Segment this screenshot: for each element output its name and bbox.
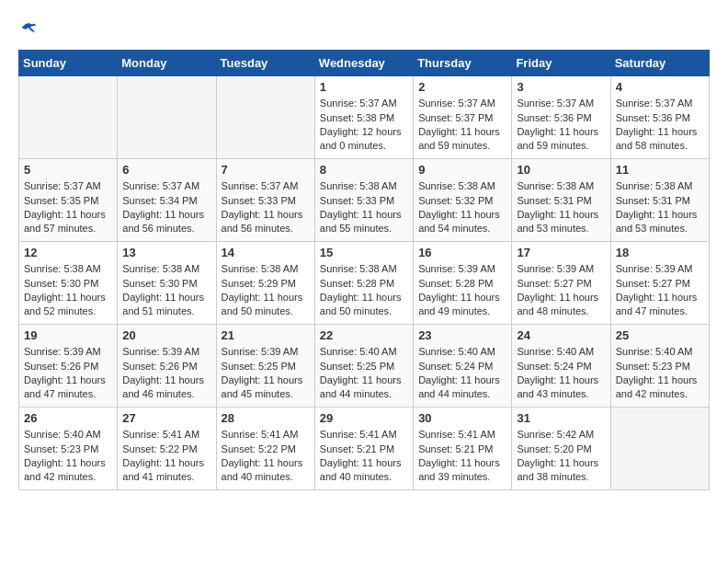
cell-info-line: Daylight: 11 hours <box>517 456 605 470</box>
cell-info-line: and 47 minutes. <box>616 304 704 318</box>
cell-info-line: and 42 minutes. <box>616 387 704 401</box>
cell-info-line: Sunset: 5:22 PM <box>222 442 310 456</box>
cell-info-line: Sunset: 5:33 PM <box>222 194 310 208</box>
cell-info-line: and 57 minutes. <box>24 222 112 236</box>
cell-info-line: Daylight: 11 hours <box>616 125 704 139</box>
cell-info-line: Sunrise: 5:39 AM <box>122 345 210 359</box>
calendar-cell: 23Sunrise: 5:40 AMSunset: 5:24 PMDayligh… <box>414 325 512 408</box>
cell-info-line: Sunrise: 5:39 AM <box>616 262 704 276</box>
cell-info-line: Sunrise: 5:40 AM <box>320 345 408 359</box>
cell-info-line: and 59 minutes. <box>418 139 506 153</box>
cell-info-line: and 49 minutes. <box>418 304 506 318</box>
cell-info-line: and 40 minutes. <box>222 470 310 484</box>
cell-info-line: Sunset: 5:35 PM <box>24 194 112 208</box>
cell-info-line: Daylight: 11 hours <box>616 208 704 222</box>
cell-info-line: Sunrise: 5:40 AM <box>616 345 704 359</box>
cell-info-line: Sunrise: 5:37 AM <box>418 97 506 110</box>
cell-info-line: Sunrise: 5:41 AM <box>222 428 310 442</box>
cell-info-line: and 41 minutes. <box>122 470 210 484</box>
cell-info-line: and 38 minutes. <box>517 470 605 484</box>
cell-info-line: Sunrise: 5:37 AM <box>24 179 112 193</box>
cell-info-line: Daylight: 11 hours <box>122 373 210 387</box>
calendar-cell: 13Sunrise: 5:38 AMSunset: 5:30 PMDayligh… <box>118 242 216 325</box>
cell-info-line: Daylight: 11 hours <box>418 373 506 387</box>
cell-info-line: and 43 minutes. <box>517 387 605 401</box>
cell-info-line: and 59 minutes. <box>517 139 605 153</box>
calendar-cell: 16Sunrise: 5:39 AMSunset: 5:28 PMDayligh… <box>414 242 512 325</box>
calendar-cell: 9Sunrise: 5:38 AMSunset: 5:32 PMDaylight… <box>414 159 512 242</box>
cell-info-line: Sunset: 5:30 PM <box>24 277 112 291</box>
day-number: 11 <box>616 163 704 177</box>
cell-info-line: Sunset: 5:27 PM <box>517 277 605 291</box>
weekday-header-saturday: Saturday <box>610 51 709 76</box>
cell-info-line: Sunset: 5:20 PM <box>517 442 605 456</box>
cell-info-line: and 51 minutes. <box>122 304 210 318</box>
day-number: 25 <box>616 328 704 342</box>
cell-info-line: Sunrise: 5:42 AM <box>517 428 605 442</box>
cell-info-line: Sunrise: 5:38 AM <box>320 179 408 193</box>
day-number: 17 <box>517 246 605 259</box>
day-number: 20 <box>122 328 210 342</box>
weekday-header-friday: Friday <box>512 51 610 76</box>
cell-info-line: Sunrise: 5:37 AM <box>222 179 310 193</box>
calendar-cell: 15Sunrise: 5:38 AMSunset: 5:28 PMDayligh… <box>314 242 413 325</box>
calendar-cell <box>610 408 709 490</box>
calendar-cell: 21Sunrise: 5:39 AMSunset: 5:25 PMDayligh… <box>216 325 314 408</box>
cell-info-line: Sunset: 5:37 PM <box>418 111 506 125</box>
cell-info-line: Sunset: 5:36 PM <box>616 111 704 125</box>
cell-info-line: Daylight: 11 hours <box>122 291 210 304</box>
weekday-header-row: SundayMondayTuesdayWednesdayThursdayFrid… <box>19 51 710 76</box>
calendar-cell: 28Sunrise: 5:41 AMSunset: 5:22 PMDayligh… <box>216 408 314 490</box>
cell-info-line: Daylight: 11 hours <box>616 291 704 304</box>
day-number: 5 <box>24 163 112 177</box>
calendar-cell <box>19 76 118 159</box>
day-number: 21 <box>222 328 310 342</box>
calendar-cell: 8Sunrise: 5:38 AMSunset: 5:33 PMDaylight… <box>314 159 413 242</box>
day-number: 8 <box>320 163 408 177</box>
cell-info-line: Daylight: 11 hours <box>222 373 310 387</box>
day-number: 6 <box>122 163 210 177</box>
cell-info-line: Sunrise: 5:38 AM <box>122 262 210 276</box>
cell-info-line: and 50 minutes. <box>222 304 310 318</box>
cell-info-line: Sunrise: 5:41 AM <box>320 428 408 442</box>
calendar-week-row: 5Sunrise: 5:37 AMSunset: 5:35 PMDaylight… <box>19 159 710 242</box>
cell-info-line: Sunrise: 5:40 AM <box>24 428 112 442</box>
calendar-cell: 27Sunrise: 5:41 AMSunset: 5:22 PMDayligh… <box>118 408 216 490</box>
cell-info-line: Sunrise: 5:41 AM <box>122 428 210 442</box>
cell-info-line: and 40 minutes. <box>320 470 408 484</box>
calendar-cell: 20Sunrise: 5:39 AMSunset: 5:26 PMDayligh… <box>118 325 216 408</box>
calendar-cell: 6Sunrise: 5:37 AMSunset: 5:34 PMDaylight… <box>118 159 216 242</box>
calendar-cell: 5Sunrise: 5:37 AMSunset: 5:35 PMDaylight… <box>19 159 118 242</box>
cell-info-line: and 44 minutes. <box>320 387 408 401</box>
calendar-cell: 29Sunrise: 5:41 AMSunset: 5:21 PMDayligh… <box>314 408 413 490</box>
weekday-header-sunday: Sunday <box>19 51 118 76</box>
cell-info-line: Daylight: 11 hours <box>320 456 408 470</box>
cell-info-line: Daylight: 11 hours <box>517 373 605 387</box>
cell-info-line: Sunrise: 5:38 AM <box>418 179 506 193</box>
cell-info-line: and 45 minutes. <box>222 387 310 401</box>
cell-info-line: Sunset: 5:25 PM <box>320 360 408 373</box>
cell-info-line: Sunrise: 5:37 AM <box>320 97 408 110</box>
cell-info-line: Sunrise: 5:38 AM <box>24 262 112 276</box>
calendar-cell: 14Sunrise: 5:38 AMSunset: 5:29 PMDayligh… <box>216 242 314 325</box>
cell-info-line: Daylight: 11 hours <box>320 291 408 304</box>
cell-info-line: Sunset: 5:22 PM <box>122 442 210 456</box>
day-number: 7 <box>222 163 310 177</box>
cell-info-line: Daylight: 11 hours <box>418 291 506 304</box>
day-number: 19 <box>24 328 112 342</box>
cell-info-line: Sunset: 5:31 PM <box>616 194 704 208</box>
calendar-cell: 26Sunrise: 5:40 AMSunset: 5:23 PMDayligh… <box>19 408 118 490</box>
calendar-week-row: 12Sunrise: 5:38 AMSunset: 5:30 PMDayligh… <box>19 242 710 325</box>
calendar-cell: 30Sunrise: 5:41 AMSunset: 5:21 PMDayligh… <box>414 408 512 490</box>
day-number: 12 <box>24 246 112 259</box>
cell-info-line: Sunset: 5:27 PM <box>616 277 704 291</box>
cell-info-line: Sunrise: 5:39 AM <box>418 262 506 276</box>
cell-info-line: Sunset: 5:24 PM <box>517 360 605 373</box>
calendar-cell: 25Sunrise: 5:40 AMSunset: 5:23 PMDayligh… <box>610 325 709 408</box>
calendar-cell: 1Sunrise: 5:37 AMSunset: 5:38 PMDaylight… <box>314 76 413 159</box>
cell-info-line: and 55 minutes. <box>320 222 408 236</box>
calendar-cell: 18Sunrise: 5:39 AMSunset: 5:27 PMDayligh… <box>610 242 709 325</box>
cell-info-line: Sunset: 5:34 PM <box>122 194 210 208</box>
cell-info-line: Sunset: 5:28 PM <box>320 277 408 291</box>
cell-info-line: Sunrise: 5:38 AM <box>517 179 605 193</box>
